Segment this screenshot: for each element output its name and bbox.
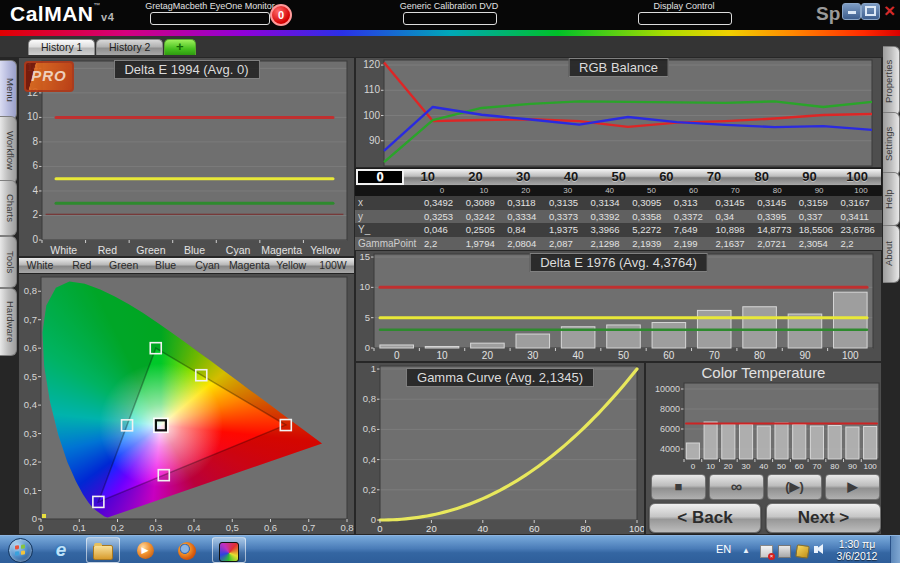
rgb-balance-title: RGB Balance	[568, 58, 669, 77]
svg-text:80: 80	[830, 462, 839, 471]
taskbar-firefox[interactable]	[170, 537, 204, 563]
cie-tab-red[interactable]: Red	[61, 258, 103, 273]
clock[interactable]: 1:30 πμ 3/6/2012	[828, 538, 886, 562]
sidebar-item-menu[interactable]: Menu	[0, 60, 17, 120]
next-button[interactable]: Next >	[766, 503, 881, 533]
table-cell: 0,3492	[424, 196, 466, 210]
wizard-nav: < Back Next >	[649, 503, 881, 533]
table-row-y_: Y_0,0460,25050,841,93753,39665,22727,649…	[355, 223, 882, 237]
taskbar-media-player[interactable]: ▶	[128, 537, 162, 563]
svg-text:2: 2	[32, 209, 38, 220]
svg-text:0,8: 0,8	[363, 393, 376, 404]
table-cell: 1,9794	[466, 237, 508, 251]
volume-icon[interactable]	[814, 544, 825, 555]
table-cell: 2,1939	[632, 237, 674, 251]
table-cell: 0,3358	[632, 210, 674, 224]
tab-history-2[interactable]: History 2	[96, 39, 163, 55]
svg-text:0: 0	[32, 234, 38, 245]
table-cell: 1,9375	[549, 223, 591, 237]
device-error-badge[interactable]: 0	[270, 4, 292, 26]
column-header-20[interactable]: 20	[452, 169, 500, 185]
row-label: y	[355, 210, 424, 224]
svg-text:Magenta: Magenta	[261, 244, 302, 256]
play-button[interactable]: ▶	[825, 474, 880, 500]
taskbar: e ▶ EN ▲ × 1:30 πμ 3/6/2012	[0, 535, 900, 563]
taskbar-internet-explorer[interactable]: e	[44, 537, 78, 563]
column-header-40[interactable]: 40	[547, 169, 595, 185]
column-header-90[interactable]: 90	[786, 169, 834, 185]
update-icon[interactable]	[795, 544, 810, 559]
app-logo: CalMAN™v4	[10, 2, 114, 26]
windows-flag-icon	[15, 544, 25, 555]
column-header-0[interactable]: 0	[356, 169, 404, 185]
table-column-header-bar: 0102030405060708090100	[355, 168, 882, 186]
device-field-input[interactable]	[150, 12, 270, 25]
svg-text:0: 0	[32, 513, 37, 524]
svg-text:5: 5	[365, 312, 370, 323]
column-header-80[interactable]: 80	[738, 169, 786, 185]
maximize-button[interactable]	[861, 3, 880, 20]
brand-logo: Sp	[816, 3, 840, 25]
sub-header-100: 100	[840, 186, 882, 196]
column-header-70[interactable]: 70	[690, 169, 738, 185]
tray-expand-icon[interactable]: ▲	[742, 546, 750, 555]
cie-tab-yellow[interactable]: Yellow	[270, 258, 312, 273]
play-series-button[interactable]: (▶)	[767, 474, 822, 500]
trademark: ™	[94, 2, 102, 9]
tab-history-1[interactable]: History 1	[28, 39, 95, 55]
stop-button[interactable]: ■	[651, 474, 706, 500]
clipboard-icon[interactable]	[778, 545, 791, 558]
color-temperature-title: Color Temperature	[646, 364, 881, 381]
taskbar-calman[interactable]	[212, 537, 246, 563]
svg-text:Red: Red	[98, 244, 117, 256]
display-field-input[interactable]	[638, 12, 732, 25]
show-desktop-button[interactable]	[890, 536, 900, 563]
side-tab-help[interactable]: Help	[883, 172, 900, 226]
delta-e-1994-title: Delta E 1994 (Avg. 0)	[113, 60, 259, 79]
panel-gamma-curve: Gamma Curve (Avg. 2,1345) 00,20,40,60,81…	[355, 362, 645, 535]
svg-text:White: White	[50, 244, 77, 256]
taskbar-explorer[interactable]	[86, 537, 120, 563]
sidebar-item-hardware[interactable]: Hardware	[0, 288, 17, 356]
column-header-10[interactable]: 10	[404, 169, 452, 185]
column-header-30[interactable]: 30	[499, 169, 547, 185]
svg-text:0,2: 0,2	[363, 484, 376, 495]
delta-e-1976-title: Delta E 1976 (Avg. 4,3764)	[529, 253, 708, 272]
column-header-100[interactable]: 100	[833, 169, 881, 185]
table-rows: x0,34920,30890,31180,31350,31340,30950,3…	[355, 196, 882, 250]
table-cell: 0,3334	[507, 210, 549, 224]
column-header-50[interactable]: 50	[595, 169, 643, 185]
svg-text:10: 10	[359, 281, 370, 292]
source-field-input[interactable]	[403, 12, 497, 25]
sidebar-item-charts[interactable]: Charts	[0, 180, 17, 236]
cie-tab-cyan[interactable]: Cyan	[187, 258, 229, 273]
panel-delta-e-1976: Delta E 1976 (Avg. 4,3764) 0510150102030…	[355, 250, 882, 362]
table-cell: 0,34	[715, 210, 757, 224]
start-button[interactable]	[8, 538, 33, 563]
column-header-60[interactable]: 60	[643, 169, 691, 185]
svg-text:6: 6	[32, 160, 38, 171]
side-tab-settings[interactable]: Settings	[883, 112, 900, 176]
svg-text:0: 0	[377, 523, 382, 534]
sidebar-item-workflow[interactable]: Workflow	[0, 116, 17, 184]
sidebar-item-tools[interactable]: Tools	[0, 236, 17, 288]
cie-tab-100w[interactable]: 100W	[312, 258, 354, 273]
table-cell: 2,2	[840, 237, 882, 251]
svg-text:100: 100	[629, 523, 644, 534]
side-tab-properties[interactable]: Properties	[883, 46, 900, 116]
cie-tab-green[interactable]: Green	[103, 258, 145, 273]
svg-text:0: 0	[371, 514, 376, 525]
cie-tab-white[interactable]: White	[19, 258, 61, 273]
language-indicator[interactable]: EN	[716, 543, 731, 555]
folder-icon	[93, 545, 113, 560]
row-label: Y_	[355, 223, 424, 237]
add-history-tab-button[interactable]: +	[164, 39, 196, 55]
side-tab-about[interactable]: About	[883, 225, 900, 283]
minimize-button[interactable]	[842, 3, 861, 20]
close-button[interactable]: ×	[881, 3, 898, 18]
cie-tab-blue[interactable]: Blue	[145, 258, 187, 273]
action-center-icon[interactable]: ×	[760, 545, 773, 558]
cie-tab-magenta[interactable]: Magenta	[228, 258, 270, 273]
loop-button[interactable]: ∞	[709, 474, 764, 500]
back-button[interactable]: < Back	[649, 503, 761, 533]
